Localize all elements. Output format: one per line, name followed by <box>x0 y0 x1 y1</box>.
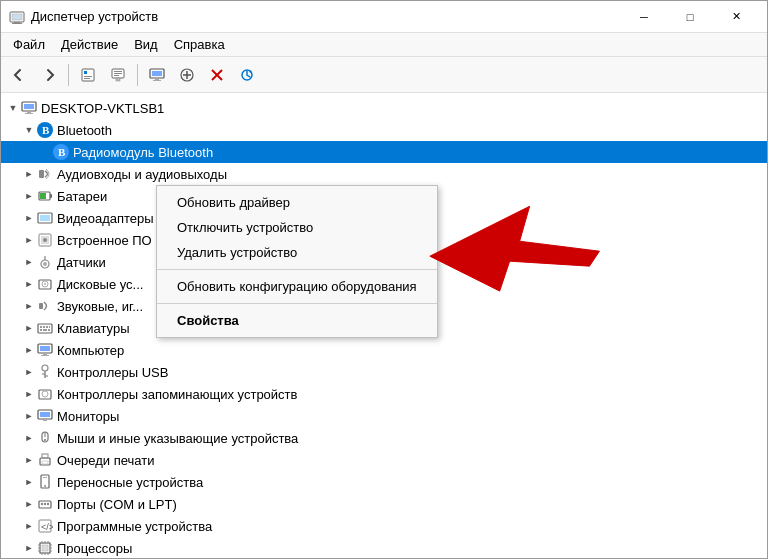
toolbar-properties[interactable] <box>74 61 102 89</box>
tree-item-monitors[interactable]: ► Мониторы <box>1 405 767 427</box>
svg-rect-4 <box>82 69 94 81</box>
maximize-button[interactable]: □ <box>667 1 713 33</box>
tree-item-usb[interactable]: ► Контроллеры USB <box>1 361 767 383</box>
minimize-button[interactable]: ─ <box>621 1 667 33</box>
svg-rect-25 <box>27 111 31 113</box>
sensors-icon <box>37 254 53 270</box>
menu-action[interactable]: Действие <box>53 35 126 54</box>
svg-rect-52 <box>40 329 42 331</box>
svg-rect-84 <box>42 545 48 551</box>
window-icon <box>9 9 25 25</box>
video-icon <box>37 210 53 226</box>
sensors-label: Датчики <box>57 255 106 270</box>
bluetooth-toggle[interactable]: ▼ <box>21 122 37 138</box>
ports-toggle[interactable]: ► <box>21 496 37 512</box>
bt-radio-label: Радиомодуль Bluetooth <box>73 145 213 160</box>
svg-rect-5 <box>84 71 87 74</box>
svg-rect-48 <box>40 326 42 328</box>
tree-item-audio[interactable]: ► Аудиовходы и аудиовыходы <box>1 163 767 185</box>
menu-help[interactable]: Справка <box>166 35 233 54</box>
svg-point-79 <box>44 503 46 505</box>
svg-rect-56 <box>40 346 50 351</box>
tree-item-mice[interactable]: ► Мыши и иные указывающие устройства <box>1 427 767 449</box>
keyboards-label: Клавиатуры <box>57 321 130 336</box>
disk-icon <box>37 276 53 292</box>
tree-item-bt-radio[interactable]: B Радиомодуль Bluetooth <box>1 141 767 163</box>
computer-label: DESKTOP-VKTLSB1 <box>41 101 164 116</box>
menu-file[interactable]: Файл <box>5 35 53 54</box>
monitors-toggle[interactable]: ► <box>21 408 37 424</box>
svg-point-78 <box>41 503 43 505</box>
toolbar-remove[interactable] <box>203 61 231 89</box>
portable-toggle[interactable]: ► <box>21 474 37 490</box>
bt-radio-icon: B <box>53 144 69 160</box>
disks-label: Дисковые ус... <box>57 277 143 292</box>
software-dev-toggle[interactable]: ► <box>21 518 37 534</box>
ports-label: Порты (COM и LPT) <box>57 497 177 512</box>
svg-rect-1 <box>12 14 22 20</box>
video-toggle[interactable]: ► <box>21 210 37 226</box>
svg-rect-47 <box>38 324 52 333</box>
svg-rect-24 <box>24 104 34 109</box>
svg-point-59 <box>42 365 48 371</box>
ctx-disable-device[interactable]: Отключить устройство <box>157 215 437 240</box>
toolbar-forward[interactable] <box>35 61 63 89</box>
toolbar-monitor[interactable] <box>143 61 171 89</box>
svg-rect-15 <box>155 78 159 80</box>
print-queue-toggle[interactable]: ► <box>21 452 37 468</box>
tree-item-processors[interactable]: ► <box>1 537 767 558</box>
batteries-toggle[interactable]: ► <box>21 188 37 204</box>
tree-item-portable[interactable]: ► Переносные устройства <box>1 471 767 493</box>
svg-rect-9 <box>114 71 122 72</box>
tree-item-computer[interactable]: ► Компьютер <box>1 339 767 361</box>
ctx-separator-2 <box>157 303 437 304</box>
close-button[interactable]: ✕ <box>713 1 759 33</box>
sensors-toggle[interactable]: ► <box>21 254 37 270</box>
tree-item-storage-ctrl[interactable]: ► Контроллеры запоминающих устройств <box>1 383 767 405</box>
root-toggle[interactable]: ▼ <box>5 100 21 116</box>
usb-icon <box>37 364 53 380</box>
ctx-uninstall-device[interactable]: Удалить устройство <box>157 240 437 265</box>
svg-point-45 <box>44 283 46 285</box>
tree-root[interactable]: ▼ DESKTOP-VKTLSB1 <box>1 97 767 119</box>
toolbar-update[interactable] <box>233 61 261 89</box>
svg-point-70 <box>44 439 46 441</box>
processors-toggle[interactable]: ► <box>21 540 37 556</box>
ctx-update-driver[interactable]: Обновить драйвер <box>157 190 437 215</box>
software-icon: </> <box>37 518 53 534</box>
menu-view[interactable]: Вид <box>126 35 166 54</box>
computer-icon <box>21 100 37 116</box>
device-tree[interactable]: ▼ DESKTOP-VKTLSB1 ▼ B <box>1 93 767 558</box>
svg-rect-14 <box>152 71 162 76</box>
mice-toggle[interactable]: ► <box>21 430 37 446</box>
bluetooth-label: Bluetooth <box>57 123 112 138</box>
menu-bar: Файл Действие Вид Справка <box>1 33 767 57</box>
tree-item-ports[interactable]: ► Порты (COM и LPT) <box>1 493 767 515</box>
tree-item-software-dev[interactable]: ► </> Программные устройства <box>1 515 767 537</box>
tree-item-bluetooth[interactable]: ▼ B Bluetooth <box>1 119 767 141</box>
toolbar-add[interactable] <box>173 61 201 89</box>
tree-item-print-queue[interactable]: ► Очереди печати <box>1 449 767 471</box>
ports-icon <box>37 496 53 512</box>
ctx-scan-hw[interactable]: Обновить конфигурацию оборудования <box>157 274 437 299</box>
title-bar: Диспетчер устройств ─ □ ✕ <box>1 1 767 33</box>
keyboards-toggle[interactable]: ► <box>21 320 37 336</box>
context-menu: Обновить драйвер Отключить устройство Уд… <box>156 185 438 338</box>
batteries-label: Батареи <box>57 189 107 204</box>
toolbar-more[interactable] <box>104 61 132 89</box>
toolbar <box>1 57 767 93</box>
computer-item-toggle[interactable]: ► <box>21 342 37 358</box>
svg-point-39 <box>43 238 47 242</box>
audio-toggle[interactable]: ► <box>21 166 37 182</box>
ctx-separator <box>157 269 437 270</box>
svg-rect-12 <box>116 78 120 81</box>
toolbar-back[interactable] <box>5 61 33 89</box>
monitors-label: Мониторы <box>57 409 119 424</box>
builtin-toggle[interactable]: ► <box>21 232 37 248</box>
ctx-properties[interactable]: Свойства <box>157 308 437 333</box>
sound-toggle[interactable]: ► <box>21 298 37 314</box>
storage-ctrl-toggle[interactable]: ► <box>21 386 37 402</box>
usb-toggle[interactable]: ► <box>21 364 37 380</box>
processors-label: Процессоры <box>57 541 132 556</box>
disks-toggle[interactable]: ► <box>21 276 37 292</box>
